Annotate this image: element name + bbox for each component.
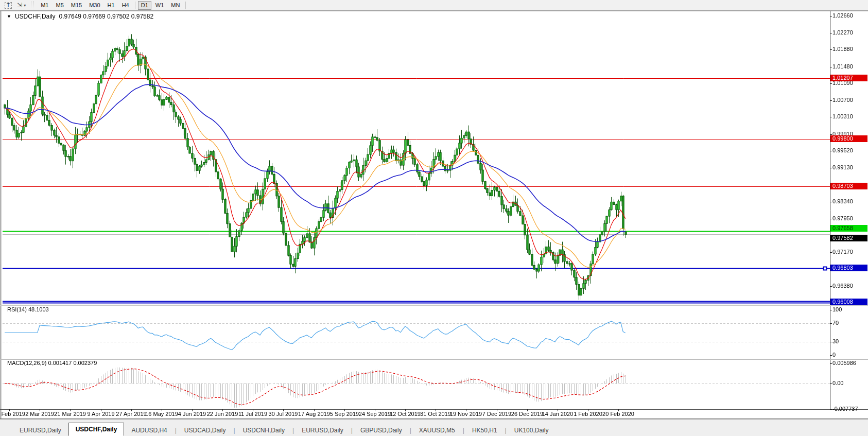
chart-tab-uk100-daily[interactable]: UK100,Daily	[507, 424, 556, 436]
timeframe-button-h4[interactable]: H4	[119, 1, 132, 10]
price-axis-label: 1.00700	[832, 97, 853, 103]
timeframe-button-mn[interactable]: MN	[168, 1, 183, 10]
hline-price-badge: 0.96803	[830, 265, 867, 271]
date-axis-label: 9 Apr 2019	[87, 411, 114, 417]
toolbar-grip	[31, 2, 34, 9]
chart-tab-audusd-h4[interactable]: AUDUSD,H4	[124, 424, 174, 436]
date-axis-label: 24 Sep 2019	[359, 411, 391, 417]
hline-price-badge: 0.96008	[830, 299, 867, 305]
date-axis-label: 20 Feb 2020	[602, 411, 634, 417]
hline-price-badge: 0.98703	[830, 183, 867, 189]
timeframe-button-m5[interactable]: M5	[53, 1, 66, 10]
price-axis-label: 0.97950	[832, 215, 853, 221]
chart-tab-bar: EURUSD,DailyUSDCHF,DailyAUDUSD,H4|USDCAD…	[0, 419, 868, 436]
date-axis-label: 5 Sep 2019	[330, 411, 359, 417]
price-axis-label: 0.96380	[832, 283, 853, 289]
chart-tab-xauusd-m5[interactable]: XAUUSD,M5	[412, 424, 462, 436]
rsi-axis-label: 70	[832, 320, 839, 326]
date-axis-label: 7 Dec 2019	[482, 411, 511, 417]
date-axis-label: 4 Jun 2019	[178, 411, 206, 417]
date-axis-label: 12 Oct 2019	[390, 411, 421, 417]
rsi-axis-label: 0	[832, 352, 836, 358]
date-axis-label: 19 Nov 2019	[450, 411, 482, 417]
macd-axis-label: -0.007737	[832, 406, 858, 412]
chart-tab-gbpusd-daily[interactable]: GBPUSD,Daily	[353, 424, 409, 436]
chart-tab-usdcnh-daily[interactable]: USDCNH,Daily	[236, 424, 292, 436]
price-axis-label: 0.99130	[832, 164, 853, 170]
date-axis-label: 27 Apr 2019	[116, 411, 146, 417]
date-axis-label: 11 Jul 2019	[238, 411, 267, 417]
chart-tab-usdchf-daily[interactable]: USDCHF,Daily	[68, 423, 125, 436]
timeframe-button-d1[interactable]: D1	[138, 1, 151, 10]
price-axis-label: 1.01880	[832, 46, 853, 52]
toolbar-separator	[185, 2, 186, 9]
arrange-charts-icon: ⇲	[17, 2, 22, 9]
chart-ohlc-values: 0.97649 0.97669 0.97502 0.97582	[59, 13, 154, 20]
date-axis-label: 21 Mar 2019	[54, 411, 86, 417]
price-axis-label: 0.98340	[832, 198, 853, 204]
hline-price-badge: 1.01207	[830, 75, 867, 81]
arrange-charts-button[interactable]: ⇲ ▾	[15, 1, 28, 10]
macd-axis-label: 0.005986	[832, 360, 856, 366]
dropdown-caret-icon: ▾	[24, 3, 26, 8]
date-axis-label: 22 Jun 2019	[207, 411, 238, 417]
macd-axis-label: 0.00	[832, 380, 843, 386]
text-tool-button[interactable]: T	[3, 1, 14, 10]
timeframe-button-h1[interactable]: H1	[105, 1, 118, 10]
chart-tab-eurusd-daily[interactable]: EURUSD,Daily	[294, 424, 351, 436]
toolbar-separator	[135, 2, 135, 9]
price-chart-canvas[interactable]	[0, 0, 868, 436]
hline-price-badge: 0.99800	[830, 135, 867, 142]
date-axis-label: 17 Aug 2019	[298, 411, 330, 417]
chart-tab-usdcad-daily[interactable]: USDCAD,Daily	[177, 424, 233, 436]
price-axis-label: 1.00310	[832, 113, 853, 119]
timeframe-button-m30[interactable]: M30	[86, 1, 103, 10]
date-axis-label: 16 May 2019	[145, 411, 178, 417]
date-axis-label: 12 Feb 2019	[0, 411, 25, 417]
date-axis-label: 14 Jan 2020	[542, 411, 574, 417]
timeframe-button-m1[interactable]: M1	[38, 1, 51, 10]
price-axis-label: 1.02270	[832, 29, 853, 36]
date-axis-label: 31 Oct 2019	[420, 411, 451, 417]
rsi-indicator-label: RSI(14) 48.1003	[7, 306, 49, 312]
chart-title-row: ▼ USDCHF,Daily 0.97649 0.97669 0.97502 0…	[7, 13, 153, 20]
text-tool-icon: T	[5, 2, 12, 9]
timeframe-button-w1[interactable]: W1	[152, 1, 167, 10]
price-axis-label: 0.97170	[832, 249, 853, 255]
price-axis-label: 1.02660	[832, 12, 853, 19]
rsi-axis-label: 30	[832, 338, 839, 344]
top-toolbar: T ⇲ ▾ M1M5M15M30H1H4D1W1MN	[0, 0, 868, 11]
timeframe-button-group: M1M5M15M30H1H4D1W1MN	[37, 0, 188, 11]
chart-title: USDCHF,Daily	[15, 13, 56, 20]
date-axis-label: 1 Feb 2020	[574, 411, 602, 417]
chart-collapse-icon[interactable]: ▼	[7, 14, 11, 19]
price-axis-label: 0.99520	[832, 147, 853, 153]
date-axis-label: 26 Dec 2019	[511, 411, 543, 417]
chart-window: ▼ USDCHF,Daily 0.97649 0.97669 0.97502 0…	[0, 0, 868, 436]
chart-tab-hk50-h1[interactable]: HK50,H1	[465, 424, 505, 436]
date-axis-label: 30 Jul 2019	[269, 411, 298, 417]
chart-tab-eurusd-daily[interactable]: EURUSD,Daily	[12, 424, 68, 436]
price-axis-label: 1.01480	[832, 63, 853, 69]
current-price-badge: 0.97582	[830, 235, 867, 241]
date-axis-label: 2 Mar 2019	[25, 411, 54, 417]
macd-indicator-label: MACD(12,26,9) 0.001417 0.002379	[7, 360, 97, 366]
timeframe-button-m15[interactable]: M15	[68, 1, 85, 10]
hline-price-badge: 0.97658	[830, 225, 867, 232]
rsi-axis-label: 100	[832, 306, 842, 312]
